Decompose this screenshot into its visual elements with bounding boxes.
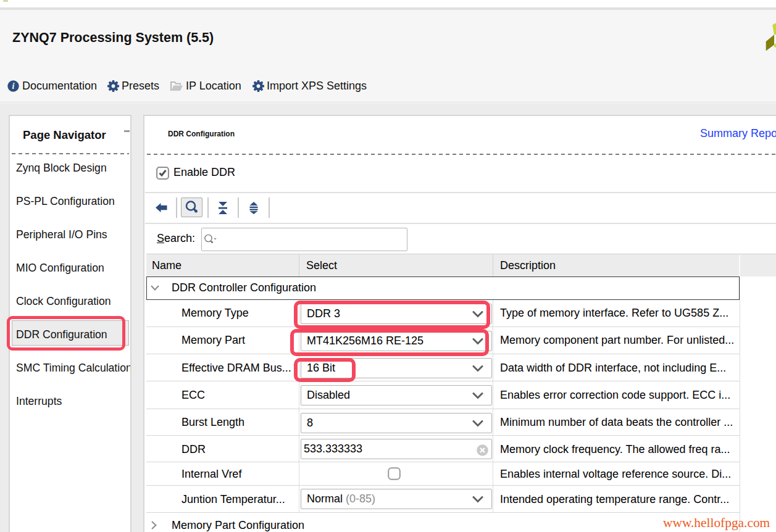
svg-text:i: i: [12, 81, 15, 91]
